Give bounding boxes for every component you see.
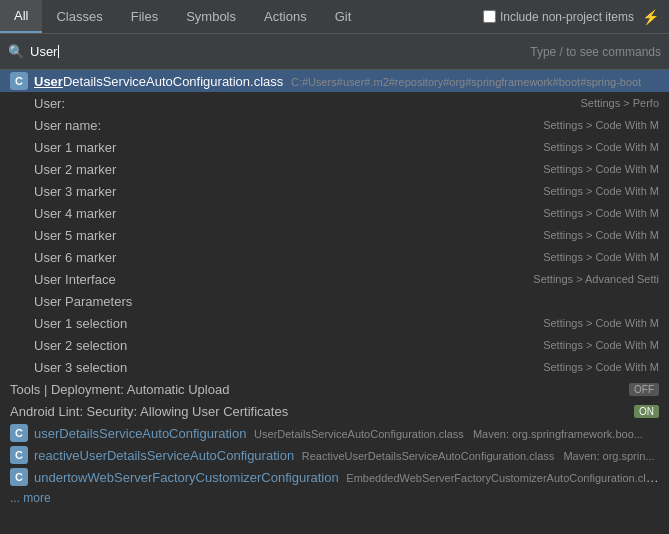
badge-on: ON [634, 405, 659, 418]
class-icon: C [10, 468, 28, 486]
list-item[interactable]: User 2 selection Settings > Code With M [0, 334, 669, 356]
nav-right: Include non-project items ⚡ [483, 9, 669, 25]
badge-off: OFF [629, 383, 659, 396]
list-item[interactable]: C undertowWebServerFactoryCustomizerConf… [0, 466, 669, 488]
tab-files[interactable]: Files [117, 0, 172, 33]
tab-all[interactable]: All [0, 0, 42, 33]
list-item[interactable]: C UserDetailsServiceAutoConfiguration.cl… [0, 70, 669, 92]
list-item[interactable]: User Parameters [0, 290, 669, 312]
list-item[interactable]: Tools | Deployment: Automatic Upload OFF [0, 378, 669, 400]
list-item[interactable]: Android Lint: Security: Allowing User Ce… [0, 400, 669, 422]
list-item[interactable]: User name: Settings > Code With M [0, 114, 669, 136]
search-hint: Type / to see commands [530, 45, 661, 59]
list-item[interactable]: User 1 selection Settings > Code With M [0, 312, 669, 334]
search-icon: 🔍 [8, 44, 24, 59]
list-item[interactable]: C userDetailsServiceAutoConfiguration Us… [0, 422, 669, 444]
list-item[interactable]: User 3 selection Settings > Code With M [0, 356, 669, 378]
class-icon: C [10, 424, 28, 442]
match-highlight: User [34, 74, 63, 89]
include-non-project-checkbox[interactable]: Include non-project items [483, 10, 634, 24]
list-item[interactable]: User Interface Settings > Advanced Setti [0, 268, 669, 290]
search-cursor [58, 45, 59, 58]
list-item[interactable]: User 5 marker Settings > Code With M [0, 224, 669, 246]
list-item[interactable]: C reactiveUserDetailsServiceAutoConfigur… [0, 444, 669, 466]
more-link[interactable]: ... more [0, 488, 669, 508]
top-nav: All Classes Files Symbols Actions Git In… [0, 0, 669, 34]
list-item[interactable]: User: Settings > Perfo [0, 92, 669, 114]
result-list: C UserDetailsServiceAutoConfiguration.cl… [0, 70, 669, 534]
tab-git[interactable]: Git [321, 0, 366, 33]
tab-symbols[interactable]: Symbols [172, 0, 250, 33]
tab-actions[interactable]: Actions [250, 0, 321, 33]
list-item[interactable]: User 1 marker Settings > Code With M [0, 136, 669, 158]
search-bar: 🔍 User Type / to see commands [0, 34, 669, 70]
tab-classes[interactable]: Classes [42, 0, 116, 33]
list-item[interactable]: User 3 marker Settings > Code With M [0, 180, 669, 202]
list-item[interactable]: User 2 marker Settings > Code With M [0, 158, 669, 180]
list-item[interactable]: User 6 marker Settings > Code With M [0, 246, 669, 268]
search-value: User [30, 44, 57, 59]
class-icon: C [10, 446, 28, 464]
class-icon: C [10, 72, 28, 90]
list-item[interactable]: User 4 marker Settings > Code With M [0, 202, 669, 224]
filter-icon[interactable]: ⚡ [642, 9, 659, 25]
